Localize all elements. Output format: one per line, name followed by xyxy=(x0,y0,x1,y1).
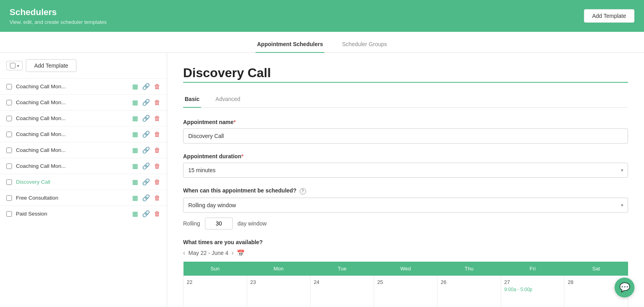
link-icon[interactable]: 🔗 xyxy=(142,210,150,218)
calendar-cell[interactable]: 22 xyxy=(183,276,247,307)
header-text: Schedulers View, edit, and create schedu… xyxy=(10,7,107,25)
link-icon[interactable]: 🔗 xyxy=(142,130,150,138)
calendar-header-cell: Tue xyxy=(310,262,374,276)
list-item-checkbox[interactable] xyxy=(6,148,12,153)
tab-basic[interactable]: Basic xyxy=(183,93,201,108)
appointment-duration-group: Appointment duration* 15 minutes 30 minu… xyxy=(183,153,628,178)
page-title: Discovery Call xyxy=(183,66,628,80)
list-item[interactable]: Coaching Call Mon... ▦ 🔗 🗑 xyxy=(0,94,167,110)
list-item[interactable]: Paid Session ▦ 🔗 🗑 xyxy=(0,206,167,222)
add-template-button-header[interactable]: Add Template xyxy=(584,9,634,23)
calendar-header-cell: Thu xyxy=(437,262,501,276)
copy-icon[interactable]: ▦ xyxy=(132,178,138,186)
list-item[interactable]: Free Consultation ▦ 🔗 🗑 xyxy=(0,190,167,206)
schedule-select[interactable]: Rolling day window Fixed date range xyxy=(183,198,628,213)
tab-scheduler-groups[interactable]: Scheduler Groups xyxy=(340,37,388,53)
sidebar-list: Coaching Call Mon... ▦ 🔗 🗑 Coaching Call… xyxy=(0,78,167,222)
list-item-actions: ▦ 🔗 🗑 xyxy=(132,178,160,186)
calendar-header-cell: Fri xyxy=(501,262,564,276)
calendar-icon[interactable]: 📅 xyxy=(237,249,245,257)
list-item[interactable]: Coaching Call Mon... ▦ 🔗 🗑 xyxy=(0,78,167,94)
top-tabs-bar: Appointment Schedulers Scheduler Groups xyxy=(0,32,644,53)
list-item-checkbox[interactable] xyxy=(6,132,12,137)
app-header: Schedulers View, edit, and create schedu… xyxy=(0,0,644,32)
delete-icon[interactable]: 🗑 xyxy=(154,179,160,186)
link-icon[interactable]: 🔗 xyxy=(142,83,150,90)
copy-icon[interactable]: ▦ xyxy=(132,210,138,218)
select-all-dropdown[interactable]: ▾ xyxy=(6,61,23,70)
delete-icon[interactable]: 🗑 xyxy=(154,99,160,106)
list-item-actions: ▦ 🔗 🗑 xyxy=(132,83,160,90)
copy-icon[interactable]: ▦ xyxy=(132,130,138,138)
link-icon[interactable]: 🔗 xyxy=(142,194,150,202)
tab-appointment-schedulers[interactable]: Appointment Schedulers xyxy=(256,37,325,53)
date-nav: ‹ May 22 - June 4 › 📅 xyxy=(183,249,628,257)
tab-advanced[interactable]: Advanced xyxy=(214,93,242,108)
inner-tabs: Basic Advanced xyxy=(183,92,628,108)
delete-icon[interactable]: 🗑 xyxy=(154,147,160,154)
list-item[interactable]: Coaching Call Mon... ▦ 🔗 🗑 xyxy=(0,158,167,174)
link-icon[interactable]: 🔗 xyxy=(142,178,150,186)
calendar-cell[interactable]: 26 xyxy=(437,276,501,307)
copy-icon[interactable]: ▦ xyxy=(132,162,138,170)
list-item-checkbox[interactable] xyxy=(6,116,12,121)
list-item-checkbox[interactable] xyxy=(6,211,12,217)
list-item[interactable]: Coaching Call Mon... ▦ 🔗 🗑 xyxy=(0,110,167,126)
list-item-actions: ▦ 🔗 🗑 xyxy=(132,194,160,202)
list-item-actions: ▦ 🔗 🗑 xyxy=(132,162,160,170)
time-slot: 9:00a - 5:00p xyxy=(504,287,561,292)
copy-icon[interactable]: ▦ xyxy=(132,146,138,154)
calendar-cell[interactable]: 24 xyxy=(310,276,374,307)
list-item-checkbox[interactable] xyxy=(6,179,12,185)
copy-icon[interactable]: ▦ xyxy=(132,115,138,122)
list-item-name: Coaching Call Mon... xyxy=(16,115,128,121)
chat-icon: 💬 xyxy=(619,282,630,293)
copy-icon[interactable]: ▦ xyxy=(132,99,138,106)
select-all-checkbox[interactable] xyxy=(10,63,16,68)
rolling-value-input[interactable] xyxy=(205,218,233,229)
list-item-name: Coaching Call Mon... xyxy=(16,84,128,89)
list-item-checkbox[interactable] xyxy=(6,195,12,201)
list-item[interactable]: Discovery Call ▦ 🔗 🗑 xyxy=(0,174,167,190)
date-prev-button[interactable]: ‹ xyxy=(183,249,185,256)
availability-calendar: SunMonTueWedThuFriSat 2223242526279:00a … xyxy=(183,262,628,307)
list-item-name: Coaching Call Mon... xyxy=(16,163,128,169)
rolling-row: Rolling day window xyxy=(183,218,628,229)
appointment-duration-label: Appointment duration* xyxy=(183,153,628,159)
link-icon[interactable]: 🔗 xyxy=(142,162,150,170)
main-layout: ▾ Add Template Coaching Call Mon... ▦ 🔗 … xyxy=(0,53,644,307)
day-number: 23 xyxy=(250,279,307,285)
appointment-name-input[interactable] xyxy=(183,128,628,144)
rolling-label: Rolling xyxy=(183,220,200,227)
delete-icon[interactable]: 🗑 xyxy=(154,210,160,218)
list-item[interactable]: Coaching Call Mon... ▦ 🔗 🗑 xyxy=(0,142,167,158)
link-icon[interactable]: 🔗 xyxy=(142,115,150,122)
delete-icon[interactable]: 🗑 xyxy=(154,83,160,90)
calendar-cell[interactable]: 279:00a - 5:00p xyxy=(501,276,564,307)
copy-icon[interactable]: ▦ xyxy=(132,194,138,202)
date-next-button[interactable]: › xyxy=(232,249,234,256)
copy-icon[interactable]: ▦ xyxy=(132,83,138,90)
content-area: Discovery Call Basic Advanced Appointmen… xyxy=(167,53,644,307)
day-number: 24 xyxy=(314,279,371,285)
delete-icon[interactable]: 🗑 xyxy=(154,163,160,170)
list-item-checkbox[interactable] xyxy=(6,84,12,89)
schedule-help-icon[interactable]: ? xyxy=(300,188,306,194)
delete-icon[interactable]: 🗑 xyxy=(154,131,160,138)
delete-icon[interactable]: 🗑 xyxy=(154,194,160,202)
list-item-checkbox[interactable] xyxy=(6,163,12,169)
list-item-checkbox[interactable] xyxy=(6,100,12,105)
calendar-cell[interactable]: 23 xyxy=(247,276,310,307)
calendar-cell[interactable]: 25 xyxy=(374,276,437,307)
link-icon[interactable]: 🔗 xyxy=(142,99,150,106)
date-range-label: May 22 - June 4 xyxy=(188,250,228,256)
appointment-name-label: Appointment name* xyxy=(183,119,628,125)
chat-bubble-button[interactable]: 💬 xyxy=(615,278,634,297)
delete-icon[interactable]: 🗑 xyxy=(154,115,160,122)
link-icon[interactable]: 🔗 xyxy=(142,146,150,154)
sidebar-toolbar: ▾ Add Template xyxy=(0,59,167,78)
list-item[interactable]: Coaching Call Mon... ▦ 🔗 🗑 xyxy=(0,126,167,142)
sidebar: ▾ Add Template Coaching Call Mon... ▦ 🔗 … xyxy=(0,53,167,307)
add-template-button-sidebar[interactable]: Add Template xyxy=(26,59,76,72)
duration-select[interactable]: 15 minutes 30 minutes 45 minutes 60 minu… xyxy=(183,163,628,178)
